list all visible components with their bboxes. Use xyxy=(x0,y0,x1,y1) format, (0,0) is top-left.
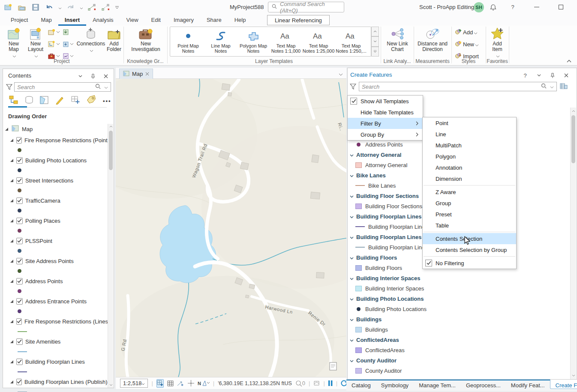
expand-triangle-icon[interactable] xyxy=(10,179,14,183)
layer-visibility-checkbox[interactable] xyxy=(16,218,23,224)
pause-drawing-icon[interactable] xyxy=(328,379,333,388)
layer-row[interactable]: Building Floorplan Lines xyxy=(5,356,107,367)
ribbon-tab-analysis[interactable]: Analysis xyxy=(86,14,120,26)
manage-templates-icon[interactable] xyxy=(559,82,568,90)
expand-triangle-icon[interactable] xyxy=(10,259,14,263)
layer-visibility-checkbox[interactable] xyxy=(16,298,23,305)
ribbon-tab-help[interactable]: Help xyxy=(228,14,252,26)
new-task-button[interactable] xyxy=(48,39,60,49)
scrollbar-thumb[interactable] xyxy=(109,131,113,170)
new-link-chart-button[interactable]: New Link Chart xyxy=(384,27,411,52)
undo-button[interactable] xyxy=(45,3,54,12)
layer-row[interactable]: Address Entrance Points xyxy=(5,296,107,306)
layer-symbol[interactable] xyxy=(5,367,107,377)
help-icon[interactable]: ? xyxy=(506,0,519,14)
expand-triangle-icon[interactable] xyxy=(10,138,14,142)
template-item[interactable]: Buildings xyxy=(349,324,563,335)
dock-tab-create-feat-[interactable]: Create Feat... xyxy=(550,380,577,389)
template-group-header[interactable]: Buildings xyxy=(349,314,563,324)
template-item[interactable]: ConflictedAreas xyxy=(349,345,563,355)
submenu-item-polygon[interactable]: Polygon xyxy=(423,151,516,162)
panel-menu-chevron-icon[interactable] xyxy=(535,71,543,80)
layer-row[interactable]: Address Points xyxy=(5,276,107,286)
layer-symbol[interactable] xyxy=(5,246,107,256)
ribbon-tab-project[interactable]: Project xyxy=(4,14,34,26)
redo-button[interactable] xyxy=(66,3,75,12)
redo-dropdown-icon[interactable] xyxy=(80,4,83,11)
import-map-button[interactable] xyxy=(63,27,73,37)
dock-tab-modify-feat-[interactable]: Modify Feat... xyxy=(506,380,550,389)
add-item-button[interactable]: Add Item xyxy=(488,27,507,59)
templates-scrollbar[interactable] xyxy=(570,108,576,379)
geometry-tool2-icon[interactable] xyxy=(101,3,111,12)
new-layout-button[interactable]: New Layout xyxy=(24,27,47,59)
submenu-item-annotation[interactable]: Annotation xyxy=(423,162,516,173)
layer-row[interactable]: Street Intersections xyxy=(5,175,107,186)
menu-item-filter-by[interactable]: Filter By xyxy=(348,118,423,129)
scale-combobox[interactable]: 1:2,518 xyxy=(120,379,148,388)
layer-visibility-checkbox[interactable] xyxy=(16,258,23,264)
layer-visibility-checkbox[interactable] xyxy=(16,197,23,204)
submenu-item-multipatch[interactable]: MultiPatch xyxy=(423,140,516,151)
tab-editing[interactable] xyxy=(55,96,65,106)
layer-symbol[interactable] xyxy=(5,387,107,392)
gallery-item-line[interactable]: Line Map Notes xyxy=(204,28,237,55)
template-item[interactable]: Building Photo Locations xyxy=(349,304,563,314)
layer-row[interactable]: Site Address Points xyxy=(5,256,107,266)
gallery-item-polygon[interactable]: Polygon Map Notes xyxy=(237,28,270,55)
new-notebook-button[interactable] xyxy=(48,27,60,37)
template-group-header[interactable]: County Clerk xyxy=(349,376,563,380)
new-project-icon[interactable] xyxy=(3,3,13,12)
dock-tab-geoprocess-[interactable]: Geoprocess... xyxy=(461,380,506,389)
scroll-up-icon[interactable] xyxy=(571,108,576,114)
menu-item-show-all-templates[interactable]: Show All Templates xyxy=(348,96,423,107)
template-group-header[interactable]: County Auditor xyxy=(349,355,563,365)
open-project-icon[interactable] xyxy=(17,3,27,12)
layer-row[interactable]: Site Amenities xyxy=(5,336,107,347)
save-project-icon[interactable] xyxy=(31,3,40,12)
menu-item-hide-table-templates[interactable]: Hide Table Templates xyxy=(348,107,423,118)
layer-symbol[interactable] xyxy=(5,286,107,296)
gallery-scroll-down-icon[interactable] xyxy=(371,36,379,46)
distance-direction-button[interactable]: Distance and Direction xyxy=(417,27,448,52)
expand-triangle-icon[interactable] xyxy=(5,127,9,131)
scroll-down-icon[interactable] xyxy=(108,382,114,388)
ribbon-tab-map[interactable]: Map xyxy=(34,14,58,26)
styles-add-button[interactable]: Add xyxy=(454,27,479,37)
layer-symbol[interactable] xyxy=(5,226,107,236)
tab-linear-referencing[interactable]: Linear Referencing xyxy=(267,15,330,25)
layer-row[interactable]: Building Photo Locations xyxy=(5,155,107,165)
layer-row[interactable]: PLSSPoint xyxy=(5,236,107,246)
coordinates-readout[interactable]: '6,380.19E 1,132,138.25N ftUS xyxy=(218,380,292,386)
map-view-tab[interactable]: Map xyxy=(119,69,153,79)
layer-visibility-checkbox[interactable] xyxy=(16,157,23,164)
gallery-scroll-up-icon[interactable] xyxy=(371,27,379,36)
import-layout-button[interactable] xyxy=(63,39,73,49)
expand-triangle-icon[interactable] xyxy=(10,299,14,303)
template-group-header[interactable]: Building Photo Locations xyxy=(349,293,563,304)
gallery-item-text[interactable]: AaText Map Notes 1:250,... xyxy=(335,28,367,55)
templates-search-input[interactable]: Search xyxy=(359,82,557,91)
template-item[interactable]: Building Interior Spaces xyxy=(349,283,563,293)
menu-item-group-by[interactable]: Group By xyxy=(348,129,423,140)
expand-triangle-icon[interactable] xyxy=(10,219,14,223)
parcel-fabric-icon[interactable] xyxy=(313,379,320,388)
layer-visibility-checkbox[interactable] xyxy=(16,318,22,325)
ribbon-tab-insert[interactable]: Insert xyxy=(58,14,86,26)
tab-snapping[interactable] xyxy=(71,96,81,106)
dock-tab-symbology[interactable]: Symbology xyxy=(376,380,414,389)
expand-triangle-icon[interactable] xyxy=(10,360,14,364)
gallery-item-point[interactable]: Point Map Notes xyxy=(172,28,204,55)
contents-scrollbar[interactable] xyxy=(108,124,113,388)
layer-visibility-checkbox[interactable] xyxy=(16,238,23,244)
submenu-item-point[interactable]: Point xyxy=(423,117,516,129)
command-search-input[interactable]: Command Search (Alt+Q) xyxy=(268,2,344,12)
submenu-item-group[interactable]: Group xyxy=(423,197,516,209)
snapping-toggle-icon[interactable] xyxy=(156,379,164,388)
ribbon-tab-view[interactable]: View xyxy=(120,14,145,26)
layer-symbol[interactable] xyxy=(5,206,107,215)
gallery-item-text[interactable]: AaText Map Notes 1:25,000 xyxy=(302,28,335,55)
submenu-item-z-aware[interactable]: Z Aware xyxy=(423,186,516,197)
template-group-header[interactable]: ConflictedAreas xyxy=(349,335,563,345)
template-group-header[interactable]: Building Interior Spaces xyxy=(349,273,563,283)
